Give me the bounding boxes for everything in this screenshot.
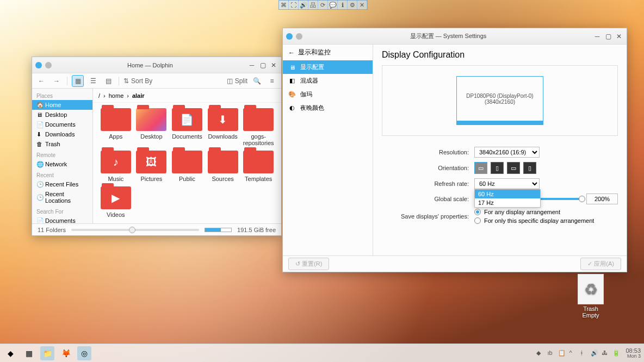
back-button[interactable]: ← 显示和监控 [283,45,373,60]
display-rect[interactable]: DP1080P60 (DisplayPort-0) (3840x2160) [456,76,543,125]
toptray-item-3[interactable]: 品 [308,1,318,9]
sidebar-item-recent-locations[interactable]: 🕒Recent Locations [32,189,92,205]
forward-button[interactable]: → [51,75,63,87]
app-launcher[interactable]: ◆ [3,346,17,360]
folder-apps[interactable]: Apps [98,108,133,146]
folder-documents[interactable]: 📄Documents [170,108,205,146]
back-button[interactable]: ← [35,75,47,87]
breadcrumb-user[interactable]: alair [132,92,145,99]
compact-view-button[interactable]: ☰ [87,75,99,87]
orient-180[interactable]: ▭ [507,162,520,174]
toptray-item-8[interactable]: ✕ [357,1,367,9]
pin-icon[interactable] [296,33,302,40]
search-button[interactable]: 🔍 [251,75,263,87]
save-props-label: Save displays' properties: [382,213,469,220]
tray-bluetooth-icon[interactable]: ᚼ [580,349,586,356]
dolphin-titlebar[interactable]: Home — Dolphin ─ ▢ ✕ [32,57,281,73]
sort-icon[interactable]: ⇅ Sort By [123,75,152,87]
pin-icon[interactable] [45,62,52,68]
sidebar-item-documents[interactable]: 📄Documents [32,216,92,223]
zoom-slider[interactable] [71,229,199,231]
folder-public[interactable]: Public [170,151,205,182]
close-button[interactable]: ✕ [615,32,623,41]
settings-titlebar[interactable]: 显示配置 — System Settings ─ ▢ ✕ [283,28,627,45]
folder-sources[interactable]: Sources [206,151,240,182]
tray-network-icon[interactable]: 🖧 [602,349,608,356]
toptray-item-0[interactable]: ⌘ [279,1,289,9]
scale-spinbox[interactable]: 200% [586,194,618,204]
app-icon [35,62,42,68]
refresh-option-60[interactable]: 60 Hz [475,190,540,198]
icon-view-button[interactable]: ▦ [72,75,84,87]
place-icon: 📄 [36,121,43,128]
toptray-item-7[interactable]: ⚙ [348,1,357,9]
clock[interactable]: 08:53 Mon 3 [626,347,641,359]
folder-downloads[interactable]: ⬇Downloads [206,108,240,146]
menu-button[interactable]: ≡ [266,75,278,87]
radio-specific-arrangement[interactable]: For only this specific display arrangeme… [474,217,618,224]
task-dolphin[interactable]: 📁 [40,346,54,360]
refresh-option-17[interactable]: 17 Hz [475,198,540,207]
task-firefox[interactable]: 🦊 [59,346,73,360]
close-button[interactable]: ✕ [269,61,278,70]
orient-normal[interactable]: ▭ [474,162,487,174]
settings-nav-显示配置[interactable]: 🖥显示配置 [283,60,373,74]
reset-button[interactable]: ↺ 重置(R) [288,258,329,270]
toptray-item-6[interactable]: ℹ [338,1,348,9]
folder-videos[interactable]: ▶Videos [98,186,133,218]
orient-90[interactable]: ▯ [491,162,504,174]
apply-button[interactable]: ✓ 应用(A) [580,258,621,270]
sidebar-item-home[interactable]: 🏠Home [32,100,92,110]
desktop-trash[interactable]: ♻ Trash Empty [575,274,606,319]
folder-pictures[interactable]: 🖼Pictures [134,151,169,182]
minimize-button[interactable]: ─ [593,32,602,41]
clock-time: 08:53 [626,347,641,354]
tray-battery-icon[interactable]: 🔋 [612,349,619,356]
toptray-item-4[interactable]: ⟳ [318,1,328,9]
desktop-pager[interactable]: ▦ [22,346,36,360]
details-view-button[interactable]: ▤ [102,75,114,87]
breadcrumb-root[interactable]: / [98,92,100,99]
refresh-dropdown-menu: 60 Hz 17 Hz [474,189,541,208]
toptray-item-1[interactable]: ⛶ [289,1,299,9]
folder-label: Apps [109,133,122,140]
folder-icon [243,108,274,131]
maximize-button[interactable]: ▢ [258,61,267,70]
folder-gogs-repositories[interactable]: gogs-repositories [241,108,276,146]
tray-chevron-icon[interactable]: ^ [569,349,575,356]
folder-icon [172,151,202,173]
breadcrumb[interactable]: /› home› alair [93,89,281,103]
folder-label: Public [179,176,195,182]
settings-nav-夜晚颜色[interactable]: ◐夜晚颜色 [283,101,373,115]
radio-any-arrangement[interactable]: For any display arrangement [474,209,618,215]
tray-clipboard-icon[interactable]: 📋 [558,349,565,356]
folder-icon [136,108,166,131]
settings-nav-混成器[interactable]: ◧混成器 [283,74,373,88]
tray-update-icon[interactable]: ◆ [536,349,543,356]
minimize-button[interactable]: ─ [247,61,256,70]
sidebar-item-trash[interactable]: 🗑Trash [32,139,92,149]
breadcrumb-home[interactable]: home [109,92,124,99]
folder-desktop[interactable]: Desktop [134,108,169,146]
sidebar-item-documents[interactable]: 📄Documents [32,120,92,129]
folder-templates[interactable]: Templates [241,151,276,182]
tray-input-icon[interactable]: ıb [547,349,554,356]
refresh-select[interactable]: 60 Hz [474,178,540,189]
settings-sidebar: ← 显示和监控 🖥显示配置◧混成器🎨伽玛◐夜晚颜色 [283,45,373,255]
sidebar-item-network[interactable]: 🌐Network [32,159,92,169]
settings-page: Display Configuration DP1080P60 (Display… [373,45,627,255]
task-settings[interactable]: ◎ [77,346,91,360]
toptray-item-5[interactable]: 💬 [328,1,338,9]
sidebar-item-downloads[interactable]: ⬇Downloads [32,129,92,139]
maximize-button[interactable]: ▢ [604,32,612,41]
split-button[interactable]: ◫ Split [227,75,247,87]
sidebar-item-desktop[interactable]: 🖥Desktop [32,110,92,120]
orient-270[interactable]: ▯ [523,162,536,174]
toptray-item-2[interactable]: 🔊 [299,1,308,9]
display-arrangement[interactable]: DP1080P60 (DisplayPort-0) (3840x2160) [382,65,618,136]
tray-volume-icon[interactable]: 🔊 [591,349,597,356]
settings-nav-伽玛[interactable]: 🎨伽玛 [283,88,373,101]
folder-music[interactable]: ♪Music [98,151,133,182]
resolution-select[interactable]: 3840x2160 (16:9) [474,147,540,158]
sidebar-item-recent-files[interactable]: 🕒Recent Files [32,179,92,189]
